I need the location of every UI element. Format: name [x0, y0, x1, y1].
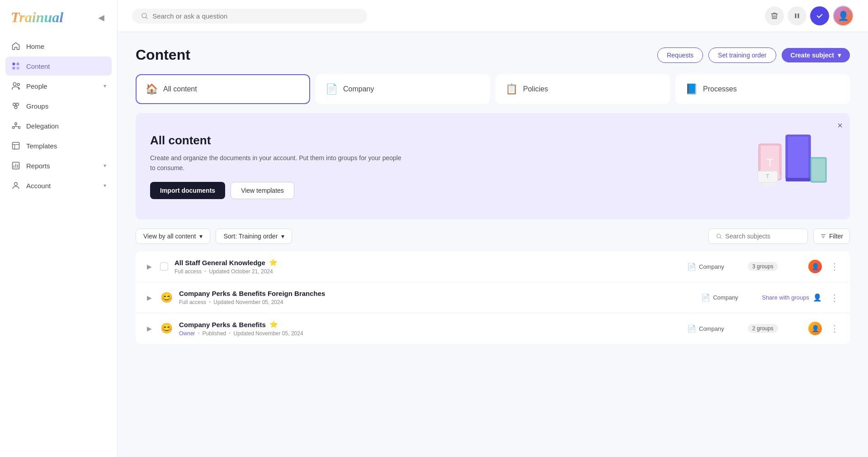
policies-icon: 📋 — [505, 83, 518, 95]
banner-actions: Import documents View templates — [150, 182, 403, 199]
search-subjects-input[interactable] — [725, 233, 800, 240]
search-input[interactable] — [152, 12, 358, 20]
svg-point-8 — [14, 106, 17, 109]
delete-button[interactable] — [765, 6, 784, 25]
sidebar-collapse-button[interactable]: ◀ — [96, 11, 106, 24]
svg-line-24 — [146, 17, 147, 19]
tab-all-content[interactable]: 🏠 All content — [136, 74, 310, 104]
svg-rect-1 — [17, 63, 19, 66]
filter-button[interactable]: Filter — [813, 228, 850, 244]
all-content-banner: All content Create and organize the docu… — [136, 113, 850, 219]
sidebar-item-groups[interactable]: Groups — [5, 96, 112, 115]
reports-icon — [11, 161, 21, 171]
check-button[interactable] — [810, 6, 829, 25]
svg-rect-15 — [13, 143, 19, 149]
tab-processes[interactable]: 📘 Processes — [675, 74, 850, 104]
checkmark-icon — [816, 12, 824, 20]
item-meta: Owner • Published • Updated November 05,… — [179, 330, 681, 337]
expand-button[interactable]: ▶ — [145, 263, 154, 270]
expand-button[interactable]: ▶ — [145, 325, 154, 332]
sidebar-item-account[interactable]: Account ▾ — [5, 176, 112, 195]
search-subjects-input-wrapper[interactable] — [708, 228, 808, 244]
sidebar-item-content[interactable]: Content — [5, 57, 112, 76]
sidebar-item-reports[interactable]: Reports ▾ — [5, 156, 112, 175]
sidebar: Trainual ◀ Home Content — [0, 0, 118, 457]
app-logo: Trainual — [11, 9, 63, 26]
item-type: 📄 Company — [701, 293, 755, 302]
svg-rect-32 — [786, 178, 811, 181]
tab-processes-label: Processes — [703, 85, 737, 93]
type-icon: 📄 — [687, 262, 696, 271]
item-more-button[interactable]: ⋮ — [828, 292, 841, 303]
sidebar-item-templates[interactable]: Templates — [5, 136, 112, 155]
import-documents-button[interactable]: Import documents — [150, 182, 225, 199]
page-title: Content — [136, 47, 190, 63]
tab-policies[interactable]: 📋 Policies — [495, 74, 670, 104]
sidebar-item-people[interactable]: People ▾ — [5, 76, 112, 95]
all-content-icon: 🏠 — [146, 83, 158, 95]
sidebar-item-groups-label: Groups — [26, 102, 106, 110]
item-groups: 2 groups — [748, 324, 802, 333]
logo-area: Trainual ◀ — [0, 0, 117, 33]
pause-button[interactable] — [788, 6, 807, 25]
view-by-chevron-icon: ▾ — [199, 233, 203, 240]
item-checkbox[interactable] — [160, 262, 168, 271]
item-more-button[interactable]: ⋮ — [828, 261, 841, 272]
sort-dropdown[interactable]: Sort: Training order ▾ — [216, 228, 292, 244]
view-by-dropdown[interactable]: View by all content ▾ — [136, 228, 210, 244]
trash-icon — [770, 12, 778, 20]
svg-point-7 — [16, 103, 19, 106]
expand-button[interactable]: ▶ — [145, 294, 154, 301]
svg-rect-26 — [798, 14, 799, 19]
requests-button[interactable]: Requests — [657, 48, 703, 63]
banner-content: All content Create and organize the docu… — [150, 133, 403, 200]
star-icon: ⭐ — [269, 258, 278, 267]
banner-title: All content — [150, 133, 403, 148]
type-icon: 📄 — [701, 293, 710, 302]
tab-company-label: Company — [343, 85, 374, 93]
item-more-button[interactable]: ⋮ — [828, 323, 841, 334]
item-info: All Staff General Knowledge ⭐ Full acces… — [175, 258, 681, 275]
svg-rect-10 — [19, 127, 20, 129]
filter-right: Filter — [708, 228, 850, 244]
svg-rect-11 — [15, 123, 17, 124]
create-subject-chevron-icon: ▾ — [838, 52, 841, 59]
search-icon — [141, 12, 148, 19]
svg-point-6 — [13, 103, 16, 106]
item-type: 📄 Company — [687, 324, 741, 333]
banner-description: Create and organize the documents in you… — [150, 153, 403, 173]
sort-chevron-icon: ▾ — [281, 233, 284, 240]
tab-company[interactable]: 📄 Company — [316, 74, 490, 104]
banner-close-button[interactable]: × — [837, 120, 843, 131]
svg-rect-37 — [812, 159, 825, 181]
company-icon: 📄 — [326, 83, 338, 95]
topbar: 👤 — [118, 0, 868, 32]
set-training-order-button[interactable]: Set training order — [708, 48, 776, 63]
delegation-icon — [11, 121, 21, 131]
sidebar-item-templates-label: Templates — [26, 142, 106, 150]
search-bar[interactable] — [132, 9, 367, 24]
sidebar-item-home-label: Home — [26, 43, 106, 50]
content-icon — [11, 61, 21, 71]
svg-point-5 — [17, 83, 19, 86]
reports-chevron-icon: ▾ — [104, 162, 106, 169]
page-header: Content Requests Set training order Crea… — [136, 47, 850, 63]
svg-text:T: T — [767, 157, 774, 169]
content-tabs: 🏠 All content 📄 Company 📋 Policies 📘 Pro… — [136, 74, 850, 104]
item-info: Company Perks & Benefits ⭐ Owner • Publi… — [179, 320, 681, 337]
sidebar-item-home[interactable]: Home — [5, 37, 112, 56]
groups-icon — [11, 101, 21, 111]
view-templates-button[interactable]: View templates — [231, 182, 294, 199]
item-meta: Full access • Updated November 05, 2024 — [179, 299, 695, 305]
create-subject-button[interactable]: Create subject ▾ — [782, 48, 850, 62]
list-item: ▶ All Staff General Knowledge ⭐ Full acc… — [136, 251, 850, 282]
sidebar-item-delegation[interactable]: Delegation — [5, 116, 112, 135]
user-avatar[interactable]: 👤 — [833, 5, 854, 26]
home-icon — [11, 41, 21, 51]
svg-rect-0 — [13, 63, 15, 66]
filter-icon — [820, 233, 826, 239]
item-info: Company Perks & Benefits Foreign Branche… — [179, 290, 695, 305]
templates-icon — [11, 141, 21, 151]
filters-row: View by all content ▾ Sort: Training ord… — [136, 228, 850, 244]
svg-rect-3 — [17, 67, 19, 70]
